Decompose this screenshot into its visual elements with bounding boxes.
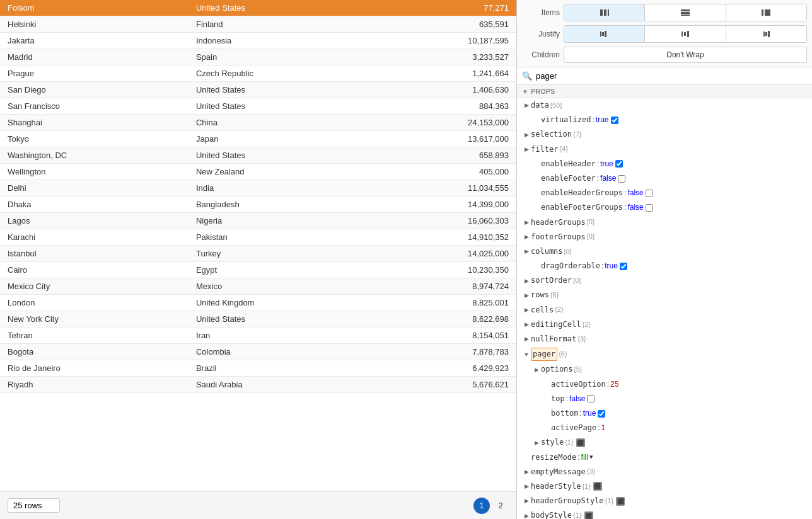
country-cell: Japan [188, 131, 374, 147]
prop-value: fill [581, 452, 588, 464]
items-btn-1[interactable] [564, 4, 645, 21]
table-row[interactable]: LondonUnited Kingdom8,825,001 [0, 295, 516, 311]
prop-count: {6} [559, 349, 567, 360]
tree-arrow-closed[interactable] [522, 101, 531, 110]
page-btn-2[interactable]: 2 [492, 498, 509, 514]
tree-arrow-closed[interactable] [522, 232, 531, 241]
items-label: Items [522, 8, 560, 17]
tree-arrow-closed[interactable] [522, 218, 531, 227]
table-row[interactable]: Mexico CityMexico8,974,724 [0, 278, 516, 295]
prop-value: false [569, 393, 585, 405]
prop-value: false [627, 187, 643, 199]
tree-prop-row: sortOrder [0] [517, 273, 812, 288]
prop-key: data [531, 100, 549, 111]
tree-arrow-closed[interactable] [522, 511, 531, 519]
table-row[interactable]: JakartaIndonesia10,187,595 [0, 33, 516, 49]
justify-btn-2[interactable] [645, 26, 726, 42]
prop-key: selection [531, 128, 572, 140]
tree-arrow-closed[interactable] [532, 365, 541, 374]
prop-key: activePage [551, 422, 596, 434]
table-row[interactable]: DelhiIndia11,034,555 [0, 180, 516, 197]
justify-btn-1[interactable] [564, 26, 645, 42]
pagination-footer: 10 rows25 rows50 rows100 rows 12 [0, 491, 516, 519]
prop-checkbox[interactable] [587, 395, 594, 402]
city-cell: New York City [0, 311, 188, 328]
rows-per-page-select[interactable]: 10 rows25 rows50 rows100 rows [8, 498, 60, 513]
prop-checkbox[interactable] [611, 117, 618, 124]
prop-key: emptyMessage [531, 466, 586, 478]
table-row[interactable]: HelsinkiFinland635,591 [0, 16, 516, 33]
table-row[interactable]: Rio de JaneiroBrazil6,429,923 [0, 360, 516, 377]
table-row[interactable]: Washington, DCUnited States658,893 [0, 147, 516, 164]
tree-arrow-closed[interactable] [522, 291, 531, 300]
prop-checkbox[interactable] [598, 410, 605, 418]
table-row[interactable]: WellingtonNew Zealand405,000 [0, 164, 516, 180]
country-cell: United States [188, 98, 374, 115]
country-cell: Indonesia [188, 33, 374, 49]
prop-count: [0] [564, 246, 572, 258]
tree-arrow-closed[interactable] [522, 145, 531, 154]
prop-value: true [600, 158, 613, 170]
table-row[interactable]: IstanbulTurkey14,025,000 [0, 246, 516, 262]
items-btn-2[interactable] [645, 4, 726, 21]
prop-count: {4} [559, 144, 567, 155]
svg-rect-13 [687, 31, 689, 37]
city-cell: Prague [0, 66, 188, 82]
table-row[interactable]: New York CityUnited States8,622,698 [0, 311, 516, 328]
prop-key: cells [531, 304, 554, 316]
tree-arrow-closed[interactable] [532, 438, 541, 447]
table-row[interactable]: KarachiPakistan14,910,352 [0, 229, 516, 246]
tree-arrow-closed[interactable] [522, 496, 531, 505]
tree-arrow-closed[interactable] [522, 482, 531, 491]
items-row: Items [522, 4, 807, 21]
table-row[interactable]: CairoEgypt10,230,350 [0, 262, 516, 278]
table-container[interactable]: FolsomUnited States77,271HelsinkiFinland… [0, 0, 516, 491]
country-cell: United States [188, 82, 374, 98]
population-cell: 8,974,724 [374, 278, 516, 295]
table-row[interactable]: RiyadhSaudi Arabia5,676,621 [0, 377, 516, 393]
items-btn-3[interactable] [726, 4, 806, 21]
tree-arrow-closed[interactable] [522, 277, 531, 285]
table-row[interactable]: MadridSpain3,233,527 [0, 49, 516, 66]
city-cell: Dhaka [0, 197, 188, 213]
tree-prop-row: headerGroupStyle {1}⬛ [517, 494, 812, 508]
props-collapse-arrow[interactable]: ▼ [522, 88, 528, 95]
table-row[interactable]: LagosNigeria16,060,303 [0, 213, 516, 229]
resize-dropdown-arrow[interactable]: ▾ [589, 452, 593, 463]
justify-btn-3[interactable] [726, 26, 806, 42]
page-btn-1[interactable]: 1 [473, 498, 490, 514]
dont-wrap-btn[interactable]: Don't Wrap [564, 47, 807, 63]
table-row[interactable]: ShanghaiChina24,153,000 [0, 115, 516, 131]
tree-arrow-open[interactable] [522, 350, 531, 359]
tree-prop-row: selection {7} [517, 127, 812, 142]
prop-checkbox[interactable] [615, 160, 623, 168]
svg-rect-10 [605, 31, 606, 37]
prop-checkbox[interactable] [618, 175, 625, 183]
city-cell: Cairo [0, 262, 188, 278]
svg-rect-8 [600, 31, 601, 37]
props-tree[interactable]: ▼ PROPS data [50]virtualized : trueselec… [517, 85, 812, 519]
prop-checkbox[interactable] [646, 190, 653, 197]
table-row[interactable]: BogotaColombia7,878,783 [0, 344, 516, 360]
tree-arrow-closed[interactable] [522, 247, 531, 256]
table-row[interactable]: TokyoJapan13,617,000 [0, 131, 516, 147]
city-cell: Delhi [0, 180, 188, 197]
tree-arrow-closed[interactable] [522, 305, 531, 314]
tree-arrow-closed[interactable] [522, 130, 531, 139]
table-row[interactable]: TehranIran8,154,051 [0, 328, 516, 344]
table-row[interactable]: PragueCzech Republic1,241,664 [0, 66, 516, 82]
prop-checkbox[interactable] [646, 204, 653, 212]
justify-row: Justify [522, 25, 807, 43]
prop-checkbox[interactable] [620, 263, 627, 270]
search-input[interactable] [536, 71, 807, 81]
table-row[interactable]: FolsomUnited States77,271 [0, 0, 516, 16]
table-row[interactable]: DhakaBangladesh14,399,000 [0, 197, 516, 213]
country-cell: United States [188, 311, 374, 328]
population-cell: 10,187,595 [374, 33, 516, 49]
city-cell: Madrid [0, 49, 188, 66]
table-row[interactable]: San FranciscoUnited States884,363 [0, 98, 516, 115]
tree-arrow-closed[interactable] [522, 320, 531, 329]
tree-arrow-closed[interactable] [522, 467, 531, 476]
table-row[interactable]: San DiegoUnited States1,406,630 [0, 82, 516, 98]
tree-arrow-closed[interactable] [522, 334, 531, 343]
